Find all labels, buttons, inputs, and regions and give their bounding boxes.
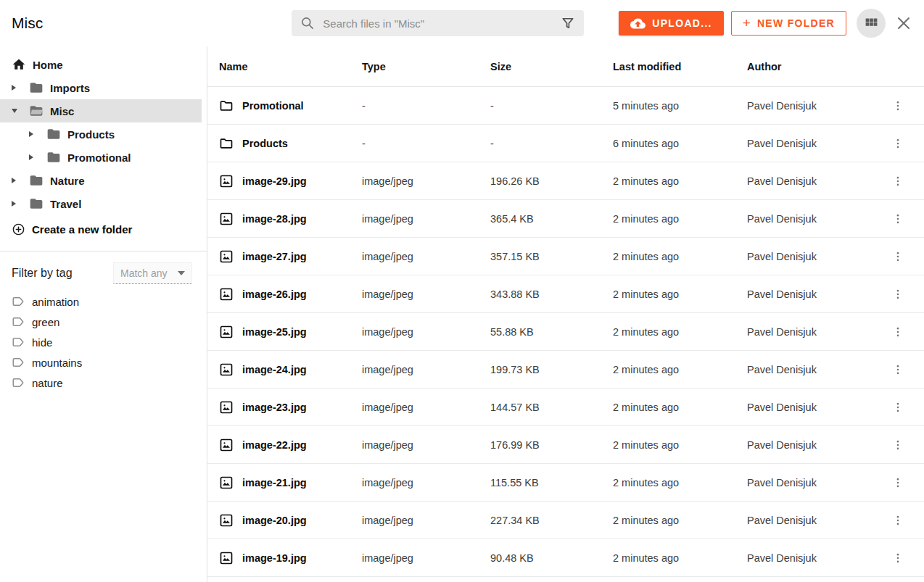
- column-header-size[interactable]: Size: [490, 61, 613, 72]
- file-type: image/jpeg: [362, 364, 490, 375]
- grid-view-button[interactable]: [857, 9, 886, 38]
- file-name: image-23.jpg: [242, 402, 307, 413]
- image-icon: [219, 325, 234, 339]
- tree-item-travel[interactable]: Travel: [0, 192, 207, 215]
- tree-item-promotional[interactable]: Promotional: [0, 146, 207, 169]
- kebab-menu-icon[interactable]: [890, 286, 906, 302]
- kebab-menu-icon[interactable]: [890, 173, 906, 189]
- kebab-menu-icon[interactable]: [890, 437, 906, 453]
- table-row[interactable]: image-28.jpg image/jpeg 365.4 KB 2 minut…: [207, 200, 924, 238]
- file-size: 90.48 KB: [490, 552, 613, 564]
- column-header-last-modified[interactable]: Last modified: [613, 61, 747, 72]
- tag-item-animation[interactable]: animation: [0, 291, 207, 312]
- kebab-menu-icon[interactable]: [890, 512, 906, 528]
- tree-expand-arrow[interactable]: [29, 131, 46, 137]
- kebab-menu-icon[interactable]: [890, 475, 906, 491]
- file-name: image-19.jpg: [242, 552, 307, 564]
- filter-icon[interactable]: [561, 16, 575, 30]
- file-name: image-26.jpg: [242, 288, 307, 300]
- file-size: 176.99 KB: [490, 439, 613, 451]
- column-header-type[interactable]: Type: [362, 61, 490, 72]
- tag-label: animation: [32, 296, 79, 308]
- table-row[interactable]: image-25.jpg image/jpeg 55.88 KB 2 minut…: [207, 313, 924, 351]
- home-icon: [12, 57, 26, 72]
- new-folder-button[interactable]: + NEW FOLDER: [731, 11, 846, 36]
- column-header-name[interactable]: Name: [219, 61, 362, 72]
- tree-item-label: Misc: [50, 105, 74, 117]
- tree-expand-arrow[interactable]: [12, 201, 29, 207]
- table-row[interactable]: image-22.jpg image/jpeg 176.99 KB 2 minu…: [207, 426, 924, 464]
- folder-icon: [29, 173, 44, 188]
- kebab-menu-icon[interactable]: [890, 324, 906, 340]
- tree-item-label: Nature: [50, 175, 85, 187]
- file-author: Pavel Denisjuk: [747, 213, 883, 225]
- tag-item-green[interactable]: green: [0, 312, 207, 332]
- kebab-menu-icon[interactable]: [890, 362, 906, 378]
- file-author: Pavel Denisjuk: [747, 100, 883, 112]
- close-button[interactable]: [895, 14, 912, 32]
- create-folder-label: Create a new folder: [32, 223, 132, 236]
- upload-button[interactable]: UPLOAD...: [619, 11, 723, 36]
- tree-expand-arrow[interactable]: [12, 109, 29, 113]
- tree-expand-arrow[interactable]: [12, 85, 29, 91]
- file-modified: 2 minutes ago: [613, 175, 747, 187]
- table-row[interactable]: image-24.jpg image/jpeg 199.73 KB 2 minu…: [207, 351, 924, 388]
- file-author: Pavel Denisjuk: [747, 251, 883, 262]
- table-row[interactable]: image-27.jpg image/jpeg 357.15 KB 2 minu…: [207, 238, 924, 275]
- tree-expand-arrow[interactable]: [29, 154, 46, 160]
- file-author: Pavel Denisjuk: [747, 175, 883, 187]
- file-list-panel: NameTypeSizeLast modifiedAuthor Promotio…: [207, 46, 924, 582]
- file-name: image-24.jpg: [242, 364, 307, 375]
- file-modified: 2 minutes ago: [613, 251, 747, 262]
- table-row[interactable]: Products - - 6 minutes ago Pavel Denisju…: [207, 125, 924, 162]
- tag-icon: [12, 336, 25, 349]
- tree-item-misc[interactable]: Misc: [0, 99, 202, 122]
- table-row[interactable]: image-26.jpg image/jpeg 343.88 KB 2 minu…: [207, 275, 924, 313]
- table-row[interactable]: image-20.jpg image/jpeg 227.34 KB 2 minu…: [207, 502, 924, 539]
- column-header-author[interactable]: Author: [747, 61, 883, 72]
- folder-icon: [46, 150, 61, 165]
- kebab-menu-icon[interactable]: [890, 399, 906, 415]
- file-type: image/jpeg: [362, 439, 490, 451]
- tag-item-nature[interactable]: nature: [0, 373, 207, 393]
- tree-expand-arrow[interactable]: [12, 178, 29, 183]
- kebab-menu-icon[interactable]: [890, 136, 906, 151]
- table-row[interactable]: image-19.jpg image/jpeg 90.48 KB 2 minut…: [207, 539, 924, 577]
- page-title: Misc: [12, 14, 43, 32]
- table-header: NameTypeSizeLast modifiedAuthor: [207, 46, 924, 87]
- folder-icon: [29, 196, 44, 211]
- table-row[interactable]: Promotional - - 5 minutes ago Pavel Deni…: [207, 87, 924, 125]
- table-row[interactable]: image-23.jpg image/jpeg 144.57 KB 2 minu…: [207, 388, 924, 426]
- file-type: -: [362, 100, 490, 112]
- kebab-menu-icon[interactable]: [890, 249, 906, 265]
- tree-item-products[interactable]: Products: [0, 122, 207, 146]
- tag-match-mode-select[interactable]: Match any: [113, 262, 192, 284]
- create-folder-button[interactable]: Create a new folder: [0, 217, 207, 241]
- kebab-menu-icon[interactable]: [890, 211, 906, 227]
- file-type: image/jpeg: [362, 402, 490, 413]
- search-box[interactable]: [292, 10, 584, 36]
- file-name: image-25.jpg: [242, 326, 307, 338]
- file-modified: 6 minutes ago: [613, 138, 747, 149]
- file-author: Pavel Denisjuk: [747, 138, 883, 149]
- tree-item-home[interactable]: Home: [0, 53, 207, 76]
- folder-open-icon: [29, 104, 44, 118]
- tree-item-imports[interactable]: Imports: [0, 76, 207, 99]
- file-author: Pavel Denisjuk: [747, 288, 883, 300]
- file-type: image/jpeg: [362, 326, 490, 338]
- tag-item-hide[interactable]: hide: [0, 332, 207, 352]
- table-row[interactable]: image-21.jpg image/jpeg 115.55 KB 2 minu…: [207, 464, 924, 502]
- tree-item-label: Home: [33, 59, 63, 71]
- kebab-menu-icon[interactable]: [890, 98, 906, 114]
- tag-icon: [12, 295, 25, 308]
- file-size: 55.88 KB: [490, 326, 613, 338]
- file-size: 357.15 KB: [490, 251, 613, 262]
- table-row[interactable]: image-29.jpg image/jpeg 196.26 KB 2 minu…: [207, 162, 924, 200]
- kebab-menu-icon[interactable]: [890, 550, 906, 566]
- tree-item-nature[interactable]: Nature: [0, 169, 207, 192]
- tag-item-mountains[interactable]: mountains: [0, 352, 207, 373]
- upload-button-label: UPLOAD...: [652, 17, 711, 29]
- image-icon: [219, 438, 234, 452]
- search-input[interactable]: [321, 17, 554, 30]
- plus-icon: +: [743, 16, 751, 30]
